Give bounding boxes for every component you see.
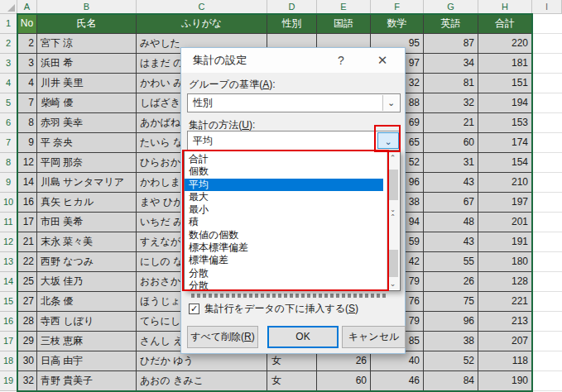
- dropdown-option[interactable]: 個数: [185, 165, 383, 178]
- scroll-down-icon[interactable]: ⌄: [387, 280, 398, 288]
- cell[interactable]: 55: [424, 252, 478, 272]
- cell[interactable]: 46: [371, 371, 424, 391]
- cell[interactable]: 2: [17, 34, 37, 54]
- row-header[interactable]: 16: [0, 312, 17, 332]
- cell[interactable]: 151: [478, 74, 532, 93]
- dropdown-option[interactable]: 積: [185, 216, 383, 228]
- row-header[interactable]: 5: [0, 93, 17, 113]
- cell[interactable]: 191: [478, 232, 532, 252]
- cell[interactable]: 大坂 佳乃: [37, 272, 137, 292]
- cell[interactable]: 154: [478, 153, 532, 173]
- cell[interactable]: 21: [424, 113, 478, 133]
- cell[interactable]: [532, 133, 562, 153]
- cell[interactable]: 8: [17, 113, 37, 133]
- row-header[interactable]: 11: [0, 213, 17, 232]
- scrollbar-thumb[interactable]: [387, 250, 398, 277]
- close-icon[interactable]: ✕: [372, 48, 393, 73]
- cell[interactable]: 17: [17, 213, 37, 232]
- cell[interactable]: 16: [17, 193, 37, 213]
- select-all-corner[interactable]: [0, 0, 17, 14]
- row-header[interactable]: 3: [0, 54, 17, 74]
- cell[interactable]: 26: [317, 351, 371, 371]
- header-cell[interactable]: 数学: [371, 14, 424, 34]
- cell[interactable]: 201: [478, 213, 532, 232]
- cell[interactable]: 87: [424, 34, 478, 54]
- cell[interactable]: [532, 153, 562, 173]
- column-header-E[interactable]: E: [317, 0, 371, 14]
- cell[interactable]: 153: [478, 113, 532, 133]
- column-header-F[interactable]: F: [371, 0, 424, 14]
- header-cell[interactable]: 国語: [317, 14, 371, 34]
- dropdown-option[interactable]: 最大: [185, 191, 383, 203]
- cell[interactable]: 市田 美希: [37, 213, 137, 232]
- cell[interactable]: 真矢 ヒカル: [37, 193, 137, 213]
- cell[interactable]: 220: [478, 34, 532, 54]
- cell[interactable]: 浜田 希: [37, 54, 137, 74]
- dropdown-option[interactable]: 分散: [185, 280, 383, 292]
- cell[interactable]: 48: [424, 213, 478, 232]
- row-header[interactable]: 10: [0, 193, 17, 213]
- row-header[interactable]: 2: [0, 34, 17, 54]
- cell[interactable]: 赤羽 美幸: [37, 113, 137, 133]
- cell[interactable]: 210: [478, 173, 532, 193]
- cell[interactable]: 197: [478, 193, 532, 213]
- cell[interactable]: 207: [478, 332, 532, 351]
- cell[interactable]: 25: [17, 272, 37, 292]
- row-header[interactable]: 17: [0, 332, 17, 351]
- cell[interactable]: 3: [17, 54, 37, 74]
- cell[interactable]: 26: [424, 272, 478, 292]
- dropdown-option[interactable]: 合計: [185, 153, 383, 165]
- cell[interactable]: 81: [424, 74, 478, 93]
- cell[interactable]: [532, 232, 562, 252]
- cell[interactable]: [532, 54, 562, 74]
- group-by-combobox[interactable]: 性別 ⌄: [187, 93, 401, 112]
- cell[interactable]: 190: [478, 371, 532, 391]
- cell[interactable]: [532, 34, 562, 54]
- cell[interactable]: [532, 371, 562, 391]
- header-cell[interactable]: 英語: [424, 14, 478, 34]
- column-header-A[interactable]: A: [17, 0, 37, 14]
- header-cell[interactable]: 性別: [267, 14, 317, 34]
- cell[interactable]: [532, 272, 562, 292]
- chevron-down-icon[interactable]: ⌄: [382, 95, 399, 111]
- cell[interactable]: 29: [17, 332, 37, 351]
- cell[interactable]: 32: [17, 371, 37, 391]
- cell[interactable]: 22: [17, 252, 37, 272]
- cell[interactable]: 28: [17, 312, 37, 332]
- scrollbar-thumb[interactable]: [387, 170, 398, 200]
- cell[interactable]: 118: [478, 351, 532, 371]
- cell[interactable]: 213: [478, 312, 532, 332]
- cell[interactable]: 30: [17, 351, 37, 371]
- cell[interactable]: 三枝 恵麻: [37, 332, 137, 351]
- cell[interactable]: [532, 74, 562, 93]
- cell[interactable]: 川島 サンタマリア: [37, 173, 137, 193]
- cell[interactable]: 60: [317, 371, 371, 391]
- cell[interactable]: [532, 351, 562, 371]
- cell[interactable]: あおの きみこ: [137, 371, 267, 391]
- header-cell[interactable]: 合計: [478, 14, 532, 34]
- chevron-down-icon[interactable]: ⌄: [377, 132, 399, 149]
- cell[interactable]: 128: [478, 272, 532, 292]
- dropdown-option[interactable]: 平均: [185, 179, 383, 191]
- cell[interactable]: 174: [478, 133, 532, 153]
- row-header[interactable]: 12: [0, 232, 17, 252]
- cell[interactable]: 194: [478, 93, 532, 113]
- cell[interactable]: 43: [424, 232, 478, 252]
- cell[interactable]: 221: [478, 292, 532, 312]
- cell[interactable]: 180: [478, 252, 532, 272]
- cell[interactable]: [532, 252, 562, 272]
- column-header-H[interactable]: H: [478, 0, 532, 14]
- row-header[interactable]: 15: [0, 292, 17, 312]
- cell[interactable]: 52: [424, 351, 478, 371]
- cell[interactable]: 4: [17, 74, 37, 93]
- cell[interactable]: 38: [424, 332, 478, 351]
- cell[interactable]: 北条 優: [37, 292, 137, 312]
- cell[interactable]: 43: [424, 173, 478, 193]
- cell[interactable]: [532, 213, 562, 232]
- row-header[interactable]: 18: [0, 351, 17, 371]
- cell[interactable]: 34: [424, 54, 478, 74]
- cell[interactable]: [532, 173, 562, 193]
- cell[interactable]: 67: [424, 193, 478, 213]
- dropdown-option[interactable]: 標本標準偏差: [185, 241, 383, 254]
- cell[interactable]: [532, 14, 562, 34]
